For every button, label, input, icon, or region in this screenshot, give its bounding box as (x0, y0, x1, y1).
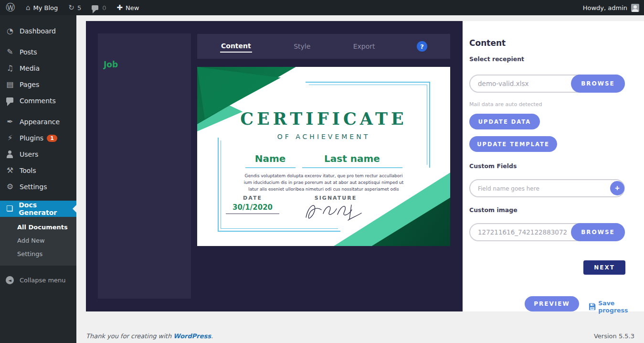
admin-content-area: Job Content Style Export ? CERTIFICAT (76, 15, 644, 343)
plugins-update-badge: 1 (47, 135, 57, 142)
sidebar-item-pages[interactable]: ▤ Pages (0, 76, 76, 93)
plug-icon: ⚡ (5, 134, 15, 142)
sidebar-item-docs-generator[interactable]: ❏ Docs Generator (0, 201, 76, 217)
wrench-icon: ⚒ (5, 167, 15, 174)
save-progress-button[interactable]: Save progress (589, 300, 644, 314)
sidebar-item-media[interactable]: ♫ Media (0, 60, 76, 76)
sidebar-item-label: Comments (20, 97, 56, 105)
recipient-browse-button[interactable]: BROWSE (571, 75, 625, 93)
docs-generator-submenu: All Documents Add New Settings (0, 217, 76, 266)
certificate-title: CERTIFICATE (197, 109, 450, 129)
wordpress-logo-icon[interactable]: Ⓦ (0, 0, 21, 15)
footer-thanks-text: Thank you for creating with (86, 332, 173, 340)
howdy-label: Howdy, admin (583, 4, 627, 11)
collapse-arrow-icon: ◄ (6, 276, 14, 284)
next-button[interactable]: NEXT (583, 260, 625, 275)
plus-icon: ✚ (116, 4, 123, 11)
sidebar-item-appearance[interactable]: ✒ Appearance (0, 114, 76, 130)
certificate-subtitle: OF ACHIEVEMENT (197, 133, 450, 140)
submenu-item-add-new[interactable]: Add New (0, 234, 76, 247)
panel-title: Content (469, 38, 506, 48)
gear-icon: ⚙ (5, 183, 15, 191)
help-icon[interactable]: ? (417, 41, 427, 52)
sidebar-item-label: Posts (20, 48, 37, 56)
media-icon: ♫ (5, 64, 15, 72)
update-template-button[interactable]: UPDATE TEMPLATE (469, 136, 557, 152)
admin-bar-new[interactable]: ✚ New (111, 0, 144, 15)
collapse-menu-label: Collapse menu (20, 277, 66, 284)
admin-bar-comments[interactable]: 0 (86, 0, 111, 15)
home-icon: ⌂ (26, 4, 31, 11)
admin-bar-site-name[interactable]: ⌂ My Blog (21, 0, 63, 15)
comments-bubble-icon (92, 4, 99, 11)
sidebar-item-users[interactable]: Users (0, 146, 76, 162)
footer-thanks: Thank you for creating with WordPress. (86, 332, 213, 340)
comments-count: 0 (102, 4, 106, 11)
admin-sidebar: ◔ Dashboard ✎ Posts ♫ Media ▤ Pages Comm… (0, 15, 76, 343)
updates-count: 5 (77, 4, 81, 11)
admin-bar-account[interactable]: Howdy, admin (583, 4, 644, 12)
site-name-label: My Blog (33, 4, 58, 11)
sidebar-item-plugins[interactable]: ⚡ Plugins 1 (0, 130, 76, 146)
add-field-button[interactable]: + (610, 181, 624, 195)
wordpress-link[interactable]: WordPress (173, 332, 211, 340)
signature-scribble (302, 199, 369, 224)
sidebar-item-posts[interactable]: ✎ Posts (0, 44, 76, 60)
job-item[interactable]: Job (104, 60, 118, 69)
certificate-preview: CERTIFICATE OF ACHIEVEMENT Name Last nam… (197, 67, 450, 246)
preview-button[interactable]: PREVIEW (525, 296, 579, 311)
sidebar-item-label: Tools (20, 167, 36, 174)
updates-icon: ↻ (68, 4, 74, 11)
version-label: Version 5.5.3 (594, 332, 634, 340)
certificate-frame-line (218, 231, 340, 232)
recipient-label: Select recepient (469, 55, 524, 63)
sidebar-item-settings[interactable]: ⚙ Settings (0, 179, 76, 195)
sidebar-item-comments[interactable]: Comments (0, 93, 76, 109)
collapse-menu-button[interactable]: ◄ Collapse menu (0, 273, 76, 287)
admin-bar: Ⓦ ⌂ My Blog ↻ 5 0 ✚ New Howdy, admin (0, 0, 644, 15)
certificate-date-value: 30/1/2020 (226, 203, 279, 214)
docs-generator-editor-panel: Job Content Style Export ? CERTIFICAT (86, 21, 463, 311)
update-data-button[interactable]: UPDATE DATA (469, 114, 540, 129)
sidebar-item-label: Dashboard (20, 27, 56, 35)
custom-field-input[interactable] (469, 179, 625, 197)
sidebar-item-label: Users (20, 150, 38, 158)
user-icon (5, 150, 15, 158)
admin-footer: Thank you for creating with WordPress. V… (86, 329, 634, 343)
sidebar-item-label: Pages (20, 81, 39, 88)
pin-icon: ✎ (5, 48, 15, 56)
comments-bubble-icon (5, 97, 15, 105)
certificate-body-text: Gendis voluptatem dolupta excerov itatur… (243, 173, 405, 193)
save-progress-label: Save progress (598, 300, 644, 314)
brush-icon: ✒ (5, 118, 15, 126)
mail-data-hint: Mail data are auto detected (469, 101, 542, 107)
job-list-panel: Job (98, 33, 191, 299)
tab-style[interactable]: Style (293, 41, 311, 52)
tab-export[interactable]: Export (352, 41, 376, 52)
tab-content[interactable]: Content (220, 40, 252, 53)
certificate-frame-line (309, 85, 427, 85)
submenu-item-all-documents[interactable]: All Documents (0, 221, 76, 234)
pages-icon: ▤ (5, 81, 15, 88)
floppy-disk-icon (589, 303, 596, 311)
sidebar-item-label: Docs Generator (19, 201, 73, 216)
new-label: New (126, 4, 139, 11)
certificate-frame-line (221, 228, 338, 229)
admin-bar-updates[interactable]: ↻ 5 (63, 0, 86, 15)
footer-thanks-period: . (211, 332, 213, 340)
sidebar-item-tools[interactable]: ⚒ Tools (0, 162, 76, 179)
content-settings-panel: Content Select recepient BROWSE Mail dat… (463, 21, 644, 311)
dashboard-icon: ◔ (5, 27, 15, 35)
submenu-item-settings[interactable]: Settings (0, 247, 76, 261)
custom-fields-label: Custom Fields (469, 162, 517, 170)
certificate-date-label: DATE (226, 195, 279, 201)
sidebar-item-label: Plugins (20, 134, 43, 142)
certificate-frame-line (306, 82, 430, 83)
custom-image-browse-button[interactable]: BROWSE (571, 223, 625, 241)
avatar (631, 4, 639, 12)
sidebar-item-label: Settings (20, 183, 47, 191)
certificate-first-name-field: Name (245, 153, 296, 168)
sidebar-item-dashboard[interactable]: ◔ Dashboard (0, 23, 76, 39)
editor-tabbar: Content Style Export ? (197, 34, 450, 59)
sidebar-item-label: Media (20, 64, 40, 72)
